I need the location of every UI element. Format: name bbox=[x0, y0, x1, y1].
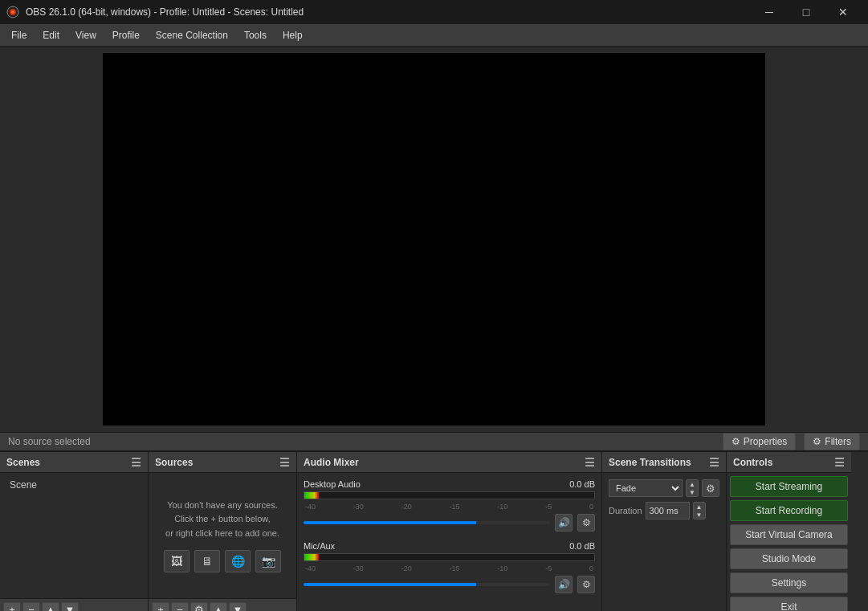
mic-aux-slider[interactable] bbox=[304, 583, 550, 586]
source-image-icon-btn[interactable]: 🖼 bbox=[164, 550, 189, 572]
settings-button[interactable]: Settings bbox=[730, 572, 848, 593]
minimize-button[interactable]: ─ bbox=[751, 0, 788, 24]
duration-label: Duration bbox=[609, 506, 642, 515]
scene-item[interactable]: Scene bbox=[3, 476, 145, 494]
sources-remove-button[interactable]: − bbox=[171, 602, 189, 612]
scenes-add-button[interactable]: + bbox=[3, 602, 21, 612]
desktop-audio-slider[interactable] bbox=[304, 521, 550, 524]
transition-arrows: ▲ ▼ bbox=[686, 479, 699, 497]
sources-title: Sources bbox=[155, 457, 193, 468]
transition-down-arrow[interactable]: ▼ bbox=[687, 488, 698, 496]
scenes-panel: Scenes ☰ Scene + − ▲ ▼ bbox=[0, 452, 149, 611]
no-source-text: No source selected bbox=[8, 436, 715, 447]
sources-up-button[interactable]: ▲ bbox=[210, 602, 227, 612]
preview-wrapper bbox=[0, 47, 868, 432]
scenes-down-button[interactable]: ▼ bbox=[61, 602, 79, 612]
preview-canvas bbox=[103, 53, 765, 426]
desktop-audio-scale: -40-30-20-15-10-50 bbox=[304, 503, 595, 511]
start-streaming-button[interactable]: Start Streaming bbox=[730, 476, 848, 497]
source-display-icon-btn[interactable]: 🖥 bbox=[194, 550, 220, 572]
duration-down-arrow[interactable]: ▼ bbox=[694, 511, 705, 519]
controls-menu-icon[interactable]: ☰ bbox=[834, 456, 845, 469]
properties-button[interactable]: ⚙ Properties bbox=[723, 433, 797, 450]
gear-icon: ⚙ bbox=[731, 436, 740, 447]
audio-mixer-title: Audio Mixer bbox=[304, 457, 359, 468]
transitions-menu-icon[interactable]: ☰ bbox=[709, 456, 719, 469]
scenes-list: Scene bbox=[0, 473, 148, 598]
menu-file[interactable]: File bbox=[3, 26, 35, 44]
sources-panel-header: Sources ☰ bbox=[149, 452, 296, 473]
scenes-toolbar: + − ▲ ▼ bbox=[0, 598, 148, 611]
titlebar-left: OBS 26.1.0 (64-bit, windows) - Profile: … bbox=[6, 6, 304, 18]
duration-arrows: ▲ ▼ bbox=[693, 502, 706, 519]
mic-aux-scale: -40-30-20-15-10-50 bbox=[304, 564, 595, 572]
controls-title: Controls bbox=[733, 457, 772, 468]
transitions-title: Scene Transitions bbox=[609, 457, 691, 468]
scenes-menu-icon[interactable]: ☰ bbox=[131, 456, 141, 469]
menu-help[interactable]: Help bbox=[275, 26, 311, 44]
desktop-audio-meter-bar bbox=[304, 492, 319, 499]
duration-input[interactable] bbox=[646, 502, 690, 519]
maximize-button[interactable]: □ bbox=[788, 0, 825, 24]
desktop-audio-channel: Desktop Audio 0.0 dB -40-30-20-15-10-50 … bbox=[300, 476, 598, 535]
desktop-audio-meter bbox=[304, 491, 595, 499]
titlebar: OBS 26.1.0 (64-bit, windows) - Profile: … bbox=[0, 0, 868, 24]
desktop-audio-settings-button[interactable]: ⚙ bbox=[577, 514, 595, 532]
scenes-title: Scenes bbox=[6, 457, 40, 468]
menu-tools[interactable]: Tools bbox=[236, 26, 275, 44]
svg-point-2 bbox=[11, 10, 14, 14]
mic-aux-settings-button[interactable]: ⚙ bbox=[577, 576, 595, 593]
sources-settings-button[interactable]: ⚙ bbox=[190, 602, 208, 612]
mic-aux-name: Mic/Aux bbox=[304, 541, 335, 551]
sources-empty: You don't have any sources. Click the + … bbox=[149, 473, 296, 598]
studio-mode-button[interactable]: Studio Mode bbox=[730, 548, 848, 569]
menu-scene-collection[interactable]: Scene Collection bbox=[148, 26, 236, 44]
transition-type-row: Fade Cut Move Slide Stinger Luma Wipe ▲ … bbox=[609, 479, 719, 497]
audio-mixer-header: Audio Mixer ☰ bbox=[297, 452, 601, 473]
transition-settings-button[interactable]: ⚙ bbox=[702, 479, 719, 497]
scenes-remove-button[interactable]: − bbox=[22, 602, 40, 612]
desktop-audio-controls: 🔊 ⚙ bbox=[304, 514, 595, 532]
no-source-bar: No source selected ⚙ Properties ⚙ Filter… bbox=[0, 432, 868, 451]
controls-panel-header: Controls ☰ bbox=[727, 452, 851, 473]
start-virtual-camera-button[interactable]: Start Virtual Camera bbox=[730, 524, 848, 545]
scene-transitions-panel: Scene Transitions ☰ Fade Cut Move Slide … bbox=[602, 452, 727, 611]
scenes-up-button[interactable]: ▲ bbox=[42, 602, 59, 612]
close-button[interactable]: ✕ bbox=[825, 0, 862, 24]
transition-up-arrow[interactable]: ▲ bbox=[687, 480, 698, 488]
desktop-audio-header: Desktop Audio 0.0 dB bbox=[304, 479, 595, 489]
source-camera-icon-btn[interactable]: 📷 bbox=[255, 550, 281, 572]
controls-content: Start Streaming Start Recording Start Vi… bbox=[727, 473, 851, 611]
menu-edit[interactable]: Edit bbox=[35, 26, 67, 44]
sources-down-button[interactable]: ▼ bbox=[229, 602, 247, 612]
transition-type-select[interactable]: Fade Cut Move Slide Stinger Luma Wipe bbox=[609, 479, 683, 497]
mic-aux-meter bbox=[304, 553, 595, 561]
exit-button[interactable]: Exit bbox=[730, 597, 848, 611]
source-browser-icon-btn[interactable]: 🌐 bbox=[225, 550, 251, 572]
audio-mixer-menu-icon[interactable]: ☰ bbox=[585, 456, 595, 469]
duration-up-arrow[interactable]: ▲ bbox=[694, 503, 705, 511]
scenes-panel-header: Scenes ☰ bbox=[0, 452, 148, 473]
mic-aux-mute-button[interactable]: 🔊 bbox=[555, 576, 573, 593]
titlebar-controls: ─ □ ✕ bbox=[751, 0, 862, 24]
transition-duration-row: Duration ▲ ▼ bbox=[609, 502, 719, 519]
desktop-audio-mute-button[interactable]: 🔊 bbox=[555, 514, 573, 532]
controls-panel: Controls ☰ Start Streaming Start Recordi… bbox=[727, 452, 851, 611]
transitions-panel-header: Scene Transitions ☰ bbox=[602, 452, 726, 473]
audio-mixer-panel: Audio Mixer ☰ Desktop Audio 0.0 dB -40-3… bbox=[297, 452, 602, 611]
menu-view[interactable]: View bbox=[67, 26, 104, 44]
mic-aux-controls: 🔊 ⚙ bbox=[304, 576, 595, 593]
sources-empty-text: You don't have any sources. Click the + … bbox=[165, 499, 279, 541]
menu-profile[interactable]: Profile bbox=[104, 26, 148, 44]
start-recording-button[interactable]: Start Recording bbox=[730, 500, 848, 521]
desktop-audio-name: Desktop Audio bbox=[304, 479, 361, 489]
menubar: File Edit View Profile Scene Collection … bbox=[0, 24, 868, 47]
main-content: No source selected ⚙ Properties ⚙ Filter… bbox=[0, 47, 868, 611]
titlebar-title: OBS 26.1.0 (64-bit, windows) - Profile: … bbox=[26, 6, 304, 18]
sources-menu-icon[interactable]: ☰ bbox=[279, 456, 290, 469]
mic-aux-header: Mic/Aux 0.0 dB bbox=[304, 541, 595, 551]
obs-icon bbox=[6, 6, 19, 18]
transitions-content: Fade Cut Move Slide Stinger Luma Wipe ▲ … bbox=[602, 473, 726, 611]
sources-add-button[interactable]: + bbox=[152, 602, 169, 612]
filters-button[interactable]: ⚙ Filters bbox=[804, 433, 860, 450]
